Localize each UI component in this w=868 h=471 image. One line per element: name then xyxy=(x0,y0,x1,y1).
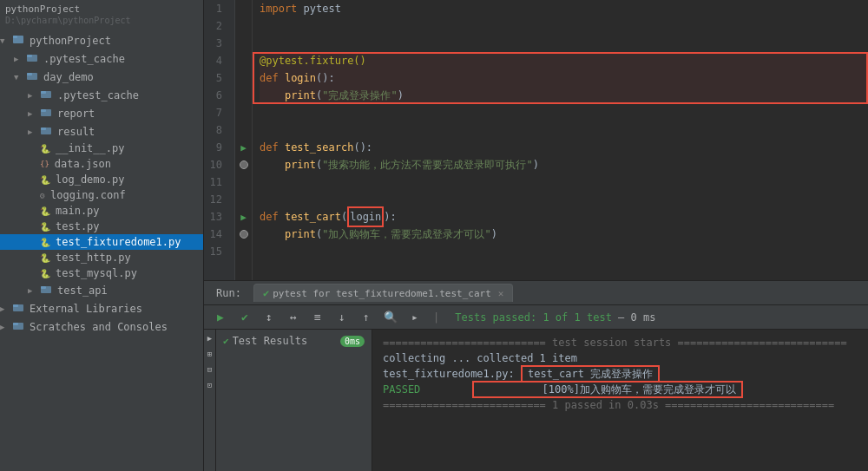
tree-item-report[interactable]: ▶report xyxy=(0,104,203,122)
line-number: 12 xyxy=(204,191,227,208)
tree-item-pythonProject[interactable]: ▼pythonProject xyxy=(0,31,203,49)
left-icon-4[interactable]: ⊡ xyxy=(205,380,215,390)
folder-icon xyxy=(26,69,38,84)
token-normal: pytest xyxy=(297,0,341,17)
check-button[interactable]: ✔ xyxy=(235,308,254,327)
tree-item-label: test_api xyxy=(57,285,108,297)
tree-item-label: report xyxy=(57,108,95,120)
line-number: 10 xyxy=(204,156,227,173)
gutter-empty xyxy=(235,17,252,35)
tree-item-test_mysql[interactable]: 🐍test_mysql.py xyxy=(0,265,203,281)
line-number: 6 xyxy=(204,87,227,104)
py-file-icon: 🐍 xyxy=(40,238,50,247)
folder-icon xyxy=(40,124,52,139)
py-file-icon: 🐍 xyxy=(40,222,50,232)
tree-item-scratches[interactable]: ▶Scratches and Consoles xyxy=(0,317,203,336)
gutter-empty xyxy=(235,104,252,121)
folder-icon xyxy=(12,319,24,334)
gutter-empty xyxy=(235,0,252,17)
run-tab[interactable]: ✔ pytest for test_fixturedome1.test_cart… xyxy=(253,284,514,302)
scroll-down-button[interactable]: ↓ xyxy=(332,308,352,327)
output-line: ========================== test session … xyxy=(383,335,858,350)
code-line[interactable] xyxy=(260,17,868,35)
run-arrow-icon: ▶ xyxy=(235,139,252,156)
code-lines[interactable]: import pytest@pytest.fixture()def login(… xyxy=(253,0,868,280)
main-area: 123456789101112131415 ▶▶ import pytest@p… xyxy=(204,0,868,471)
menu-button[interactable]: ≡ xyxy=(308,308,327,327)
scroll-up-button[interactable]: ↑ xyxy=(357,308,376,327)
token-kw: def xyxy=(260,139,279,156)
line-number: 4 xyxy=(204,52,227,69)
code-line[interactable]: def test_cart(login): xyxy=(260,208,868,226)
tree-item-data_json[interactable]: {}data.json xyxy=(0,156,203,172)
gutter-empty xyxy=(235,191,252,208)
tree-item-test_http[interactable]: 🐍test_http.py xyxy=(0,250,203,265)
toggle-button[interactable]: ↔ xyxy=(284,308,303,327)
token-normal: ) xyxy=(533,156,539,173)
tree-item-log_demo[interactable]: 🐍log_demo.py xyxy=(0,172,203,187)
py-file-icon: 🐍 xyxy=(40,206,50,216)
tree-item-day_demo[interactable]: ▼day_demo xyxy=(0,68,203,86)
code-line[interactable] xyxy=(260,121,868,139)
py-file-icon: 🐍 xyxy=(40,253,50,263)
code-line[interactable]: import pytest xyxy=(260,0,868,17)
token-normal: ) xyxy=(491,226,497,243)
tree-item-label: External Libraries xyxy=(30,303,142,315)
rerun-button[interactable]: ↕ xyxy=(260,308,279,327)
tree-item-pytest_cache[interactable]: ▶.pytest_cache xyxy=(0,49,203,68)
code-line[interactable] xyxy=(260,173,868,191)
left-icon-3[interactable]: ⊟ xyxy=(205,364,215,375)
run-arrow-icon: ▶ xyxy=(235,208,252,226)
code-line[interactable]: def test_search(): xyxy=(260,139,868,156)
tree-item-label: pythonProject xyxy=(30,35,111,47)
code-line[interactable]: def login(): xyxy=(260,69,868,87)
tree-item-main_py[interactable]: 🐍main.py xyxy=(0,203,203,219)
run-label: Run: xyxy=(211,285,247,301)
passed-label: PASSED xyxy=(383,383,420,396)
token-kw: def xyxy=(260,69,279,87)
token-string: "搜索功能，此方法不需要完成登录即可执行" xyxy=(322,156,532,173)
left-icons: ▶ ⊞ ⊟ ⊡ xyxy=(204,330,216,471)
tree-item-result[interactable]: ▶result xyxy=(0,122,203,141)
line-number: 3 xyxy=(204,35,227,52)
tree-item-label: logging.conf xyxy=(50,189,126,201)
svg-rect-15 xyxy=(13,304,18,307)
tests-passed-time: – 0 ms xyxy=(618,311,655,324)
login-param-highlight: login xyxy=(347,206,384,227)
output-line: PASSED [100%]加入购物车，需要完成登录才可以 xyxy=(383,382,858,397)
run-gutter-arrow[interactable]: ▶ xyxy=(240,142,247,154)
code-line[interactable] xyxy=(260,104,868,121)
line-number: 8 xyxy=(204,121,227,139)
tree-item-logging_conf[interactable]: ⚙logging.conf xyxy=(0,187,203,203)
token-normal: (): xyxy=(353,139,372,156)
svg-rect-5 xyxy=(27,73,32,75)
line-number: 2 xyxy=(204,17,227,35)
tree-item-pytest_cache2[interactable]: ▶.pytest_cache xyxy=(0,86,203,104)
gutter-empty xyxy=(235,69,252,87)
run-button[interactable]: ▶ xyxy=(211,308,230,327)
tree-item-test_fixturedome1[interactable]: 🐍test_fixturedome1.py xyxy=(0,234,203,250)
folder-icon xyxy=(12,301,24,316)
tree-item-test_api[interactable]: ▶test_api xyxy=(0,281,203,299)
output-line: collecting ... collected 1 item xyxy=(383,350,858,366)
expand-arrow-closed: ▶ xyxy=(28,128,40,136)
left-icon-1[interactable]: ▶ xyxy=(205,333,215,343)
tree-item-test_py[interactable]: 🐍test.py xyxy=(0,219,203,234)
tree-item-__init__[interactable]: 🐍__init__.py xyxy=(0,141,203,156)
left-icon-2[interactable]: ⊞ xyxy=(205,349,215,359)
tree-item-external_libs[interactable]: ▶External Libraries xyxy=(0,299,203,317)
close-tab-icon[interactable]: ✕ xyxy=(498,288,504,299)
line-number: 5 xyxy=(204,69,227,87)
code-line[interactable]: print("完成登录操作") xyxy=(260,87,868,104)
token-kw: def xyxy=(260,208,279,226)
code-line[interactable]: print("加入购物车，需要完成登录才可以") xyxy=(260,226,868,243)
line-number: 1 xyxy=(204,0,227,17)
code-line[interactable] xyxy=(260,191,868,208)
code-line[interactable] xyxy=(260,35,868,52)
run-gutter-arrow[interactable]: ▶ xyxy=(240,212,247,223)
code-line[interactable] xyxy=(260,243,868,260)
code-line[interactable]: @pytest.fixture() xyxy=(260,52,868,69)
code-line[interactable]: print("搜索功能，此方法不需要完成登录即可执行") xyxy=(260,156,868,173)
search-button[interactable]: 🔍 xyxy=(381,308,400,327)
expand-button[interactable]: ▸ xyxy=(405,308,424,327)
